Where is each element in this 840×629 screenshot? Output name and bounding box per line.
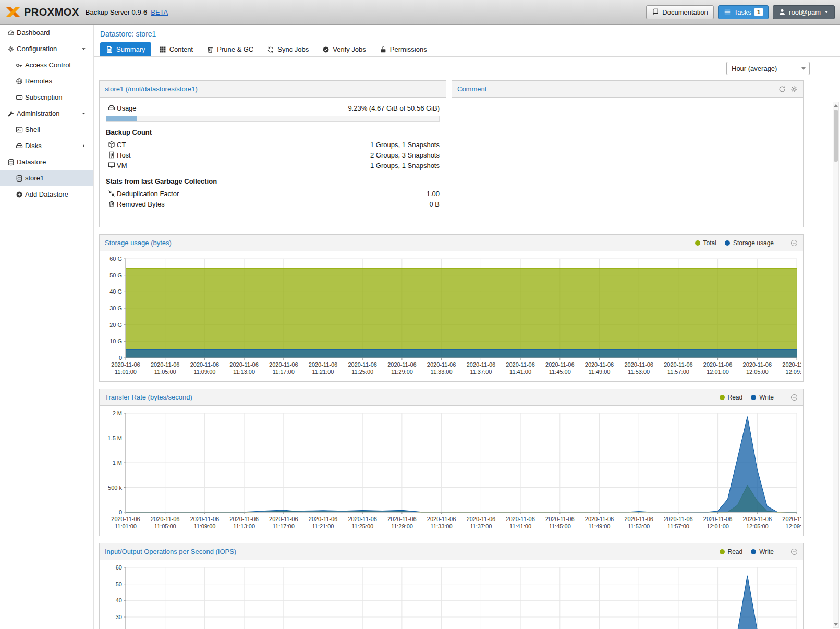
user-menu-button[interactable]: root@pam: [773, 5, 835, 19]
time-range-select[interactable]: Hour (average): [726, 62, 810, 75]
legend-item-storage-usage[interactable]: Storage usage: [725, 239, 774, 247]
legend-item-write[interactable]: Write: [751, 548, 774, 555]
svg-text:2020-11-06: 2020-11-06: [427, 361, 456, 368]
gear-icon: [5, 45, 17, 53]
documentation-button[interactable]: Documentation: [646, 5, 713, 19]
chart-body: 01020304050602020-11-0611:01:002020-11-0…: [100, 560, 803, 629]
tab-verify-jobs[interactable]: Verify Jobs: [316, 42, 372, 56]
page-title: Datastore: store1: [94, 25, 840, 41]
backup-row-vm: VM 1 Groups, 1 Snapshots: [106, 160, 440, 171]
svg-text:11:41:00: 11:41:00: [509, 523, 531, 529]
legend-item-total[interactable]: Total: [695, 239, 716, 247]
database-icon: [5, 159, 17, 166]
sidebar-item-store1[interactable]: store1: [0, 170, 93, 186]
svg-text:2020-11-06: 2020-11-06: [348, 516, 376, 522]
sidebar-item-disks[interactable]: Disks: [0, 138, 93, 154]
tab-permissions[interactable]: Permissions: [374, 42, 433, 56]
legend-item-read[interactable]: Read: [720, 548, 743, 555]
panel-title: store1 (/mnt/datastores/store1): [105, 85, 198, 93]
tab-sync-jobs[interactable]: Sync Jobs: [261, 42, 314, 56]
sidebar-item-shell[interactable]: Shell: [0, 122, 93, 138]
svg-text:11:29:00: 11:29:00: [391, 523, 413, 529]
svg-text:2020-11-06: 2020-11-06: [506, 361, 534, 368]
svg-text:2020-11-06: 2020-11-06: [545, 361, 574, 368]
svg-text:2020-11-06: 2020-11-06: [782, 516, 801, 522]
iops-chart-panel: Input/Output Operations per Second (IOPS…: [99, 543, 804, 629]
sidebar-item-access-control[interactable]: Access Control: [0, 57, 93, 73]
beta-link[interactable]: BETA: [151, 8, 168, 16]
comment-body[interactable]: [452, 98, 803, 227]
tab-prune-gc[interactable]: Prune & GC: [201, 42, 259, 56]
svg-text:2020-11-06: 2020-11-06: [467, 361, 495, 368]
scrollbar-thumb[interactable]: [834, 110, 838, 162]
sidebar-item-configuration[interactable]: Configuration: [0, 41, 93, 57]
svg-text:2020-11-06: 2020-11-06: [111, 516, 140, 522]
sync-icon: [267, 46, 274, 53]
backup-row-host: Host 2 Groups, 3 Snapshots: [106, 150, 440, 160]
svg-text:2020-11-06: 2020-11-06: [229, 516, 258, 522]
proxmox-logo[interactable]: PROXMOX: [5, 6, 79, 18]
svg-text:50: 50: [116, 581, 122, 587]
chart-legend: Total Storage usage: [695, 239, 798, 247]
collapse-panel-icon[interactable]: [790, 239, 798, 247]
backup-count-title: Backup Count: [106, 128, 440, 136]
vertical-scrollbar[interactable]: [833, 102, 839, 628]
sidebar-item-dashboard[interactable]: Dashboard: [0, 25, 93, 41]
svg-text:11:01:00: 11:01:00: [115, 369, 137, 375]
tab-content[interactable]: Content: [153, 42, 199, 56]
hdd-icon: [14, 142, 25, 150]
sidebar-item-remotes[interactable]: Remotes: [0, 73, 93, 89]
svg-text:2020-11-06: 2020-11-06: [743, 361, 772, 368]
svg-text:12:05:00: 12:05:00: [746, 369, 769, 375]
comment-panel: Comment: [452, 80, 804, 227]
tab-summary[interactable]: Summary: [100, 42, 151, 56]
storage-usage-chart: 010 G20 G30 G40 G50 G60 G2020-11-0611:01…: [102, 253, 801, 379]
collapse-panel-icon[interactable]: [790, 548, 798, 555]
database-icon: [14, 175, 25, 182]
tasks-button[interactable]: Tasks 1: [718, 5, 769, 19]
gc-row-removed-bytes: Removed Bytes 0 B: [106, 199, 440, 209]
svg-text:0: 0: [119, 509, 122, 515]
scroll-up-button[interactable]: [833, 102, 838, 108]
svg-text:2020-11-06: 2020-11-06: [190, 361, 219, 368]
svg-text:2020-11-06: 2020-11-06: [229, 361, 258, 368]
svg-text:2020-11-06: 2020-11-06: [269, 361, 298, 368]
svg-text:11:57:00: 11:57:00: [667, 369, 689, 375]
svg-text:2020-11-06: 2020-11-06: [624, 361, 653, 368]
undo-icon[interactable]: [778, 86, 786, 93]
svg-text:2020-11-06: 2020-11-06: [585, 516, 614, 522]
chevron-down-icon: [801, 67, 806, 70]
iops-chart: 01020304050602020-11-0611:01:002020-11-0…: [102, 562, 801, 629]
svg-text:2020-11-06: 2020-11-06: [387, 516, 416, 522]
svg-text:11:53:00: 11:53:00: [628, 369, 650, 375]
sidebar-item-subscription[interactable]: Subscription: [0, 89, 93, 105]
chevron-down-icon: [824, 9, 829, 15]
svg-text:2020-11-06: 2020-11-06: [387, 361, 416, 368]
svg-text:12:09:00: 12:09:00: [786, 369, 801, 375]
svg-text:11:37:00: 11:37:00: [470, 369, 492, 375]
gear-icon[interactable]: [790, 86, 798, 93]
svg-text:500 k: 500 k: [108, 485, 122, 491]
svg-text:11:21:00: 11:21:00: [312, 369, 334, 375]
svg-text:11:21:00: 11:21:00: [312, 523, 334, 529]
svg-text:2020-11-06: 2020-11-06: [624, 516, 653, 522]
svg-text:12:01:00: 12:01:00: [707, 369, 729, 375]
sidebar-item-datastore[interactable]: Datastore: [0, 154, 93, 170]
scroll-down-button[interactable]: [833, 621, 838, 627]
proxmox-x-icon: [5, 6, 21, 18]
user-icon: [778, 8, 786, 16]
legend-item-write[interactable]: Write: [751, 394, 774, 401]
sidebar-item-administration[interactable]: Administration: [0, 105, 93, 122]
svg-text:2020-11-06: 2020-11-06: [782, 361, 801, 368]
app-root: PROXMOX Backup Server 0.9-6 BETA Documen…: [0, 0, 840, 629]
svg-text:0: 0: [119, 355, 122, 361]
panel-header: store1 (/mnt/datastores/store1): [100, 81, 446, 98]
sidebar-item-add-datastore[interactable]: Add Datastore: [0, 186, 93, 202]
legend-item-read[interactable]: Read: [720, 394, 743, 401]
svg-text:2020-11-06: 2020-11-06: [309, 361, 337, 368]
ticket-icon: [14, 94, 25, 101]
svg-text:11:09:00: 11:09:00: [193, 369, 215, 375]
panel-header: Input/Output Operations per Second (IOPS…: [100, 543, 803, 560]
collapse-panel-icon[interactable]: [790, 394, 798, 401]
svg-text:30 G: 30 G: [109, 305, 122, 311]
